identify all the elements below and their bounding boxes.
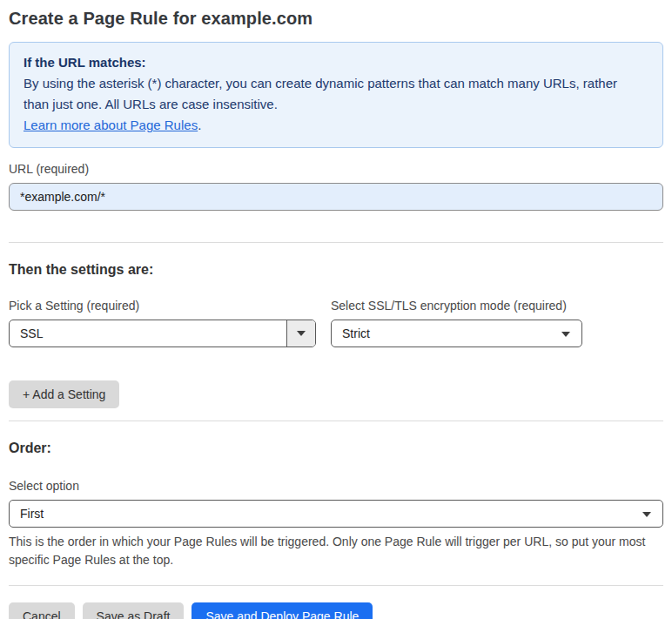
add-setting-button[interactable]: + Add a Setting	[9, 380, 119, 408]
url-input[interactable]	[9, 183, 663, 211]
pick-setting-select[interactable]: SSL	[9, 320, 316, 347]
pick-setting-arrow-button[interactable]	[286, 320, 315, 347]
order-select-label: Select option	[9, 479, 663, 493]
cancel-button[interactable]: Cancel	[9, 602, 75, 619]
order-help-text: This is the order in which your Page Rul…	[9, 533, 660, 569]
info-box-body: By using the asterisk (*) character, you…	[24, 73, 642, 115]
page-title: Create a Page Rule for example.com	[9, 9, 663, 29]
info-box-link-line: Learn more about Page Rules.	[24, 115, 648, 136]
pick-setting-label: Pick a Setting (required)	[9, 299, 316, 313]
learn-more-link[interactable]: Learn more about Page Rules	[24, 118, 198, 132]
settings-section-heading: Then the settings are:	[9, 262, 663, 278]
pick-setting-value: SSL	[10, 326, 286, 340]
footer-button-row: Cancel Save as Draft Save and Deploy Pag…	[9, 602, 663, 619]
url-match-info-box: If the URL matches: By using the asteris…	[9, 42, 663, 148]
pick-setting-field: Pick a Setting (required) SSL	[9, 299, 316, 347]
save-and-deploy-button[interactable]: Save and Deploy Page Rule	[192, 602, 373, 619]
chevron-down-icon	[642, 512, 651, 517]
ssl-mode-label: Select SSL/TLS encryption mode (required…	[331, 299, 582, 313]
chevron-down-icon	[561, 332, 570, 337]
ssl-mode-select[interactable]: Strict	[331, 320, 582, 347]
divider	[9, 421, 663, 421]
settings-row: Pick a Setting (required) SSL Select SSL…	[9, 299, 663, 347]
info-box-heading: If the URL matches:	[24, 52, 648, 73]
divider	[9, 242, 663, 243]
ssl-mode-field: Select SSL/TLS encryption mode (required…	[331, 299, 582, 347]
order-select[interactable]: First	[9, 500, 663, 528]
link-period: .	[198, 118, 201, 132]
url-field-label: URL (required)	[9, 162, 663, 176]
order-select-value: First	[10, 507, 633, 521]
order-section-heading: Order:	[9, 441, 663, 456]
ssl-mode-value: Strict	[332, 326, 552, 340]
save-as-draft-button[interactable]: Save as Draft	[83, 602, 185, 619]
chevron-down-icon	[297, 331, 306, 336]
divider	[9, 585, 663, 586]
